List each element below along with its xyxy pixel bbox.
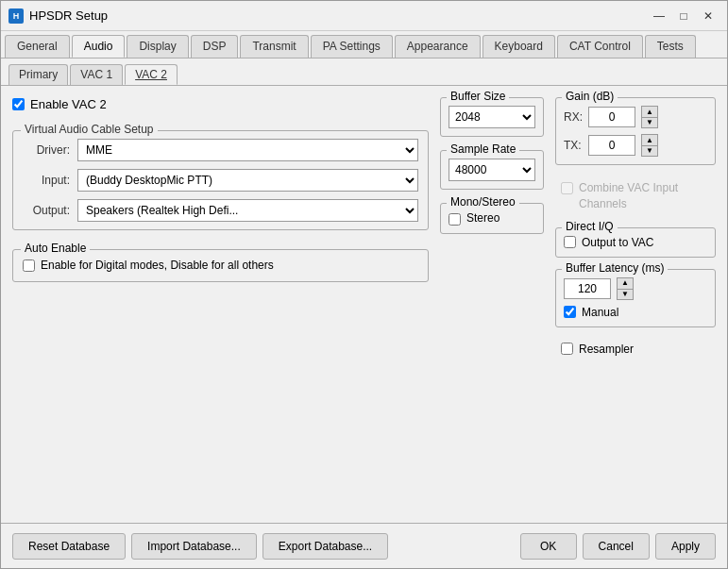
- title-controls: — □ ✕: [648, 7, 720, 25]
- mono-stereo-group: Mono/Stereo Stereo: [440, 203, 544, 234]
- latency-group: Buffer Latency (ms) ▲ ▼ Manual: [555, 269, 716, 327]
- tx-label: TX:: [564, 139, 584, 152]
- tab-appearance[interactable]: Appearance: [395, 35, 481, 58]
- combine-vac-row: Combine VAC Input Channels: [555, 176, 716, 216]
- bottom-bar: Reset Database Import Database... Export…: [1, 523, 727, 568]
- tab-keyboard[interactable]: Keyboard: [483, 35, 555, 58]
- enable-vac2-row: Enable VAC 2: [12, 97, 429, 111]
- rx-gain-spinners: ▲ ▼: [641, 106, 658, 128]
- tab-dsp[interactable]: DSP: [191, 35, 239, 58]
- output-label: Output:: [23, 204, 70, 217]
- latency-input-row: ▲ ▼: [564, 277, 707, 300]
- auto-enable-title: Auto Enable: [21, 242, 90, 255]
- app-icon: H: [8, 8, 24, 24]
- latency-input[interactable]: [564, 278, 611, 299]
- buffer-size-select[interactable]: 512 1024 2048 4096 8192: [449, 106, 535, 128]
- rx-gain-row: RX: ▲ ▼: [564, 106, 707, 128]
- rx-label: RX:: [564, 110, 584, 124]
- driver-row: Driver: MME WASAPI ASIO: [23, 139, 418, 161]
- enable-vac2-checkbox[interactable]: [12, 98, 25, 110]
- tab-general[interactable]: General: [5, 35, 70, 58]
- resampler-label: Resampler: [579, 343, 634, 356]
- virtual-audio-group: Virtual Audio Cable Setup Driver: MME WA…: [12, 130, 429, 230]
- right-panel: Gain (dB) RX: ▲ ▼ TX: ▲ ▼: [555, 97, 716, 511]
- combine-vac-checkbox[interactable]: [561, 182, 573, 194]
- main-tab-bar: General Audio Display DSP Transmit PA Se…: [1, 31, 727, 59]
- latency-spinners: ▲ ▼: [617, 277, 634, 300]
- auto-enable-checkbox[interactable]: [23, 259, 35, 272]
- manual-row: Manual: [564, 306, 707, 319]
- output-to-vac-row: Output to VAC: [564, 236, 707, 249]
- sample-rate-title: Sample Rate: [447, 142, 519, 156]
- tx-gain-down[interactable]: ▼: [641, 145, 658, 157]
- direct-iq-group: Direct I/Q Output to VAC: [555, 227, 716, 258]
- manual-label: Manual: [582, 306, 618, 319]
- stereo-row: Stereo: [449, 211, 535, 226]
- latency-down[interactable]: ▼: [617, 289, 634, 300]
- output-row: Output: Speakers (Realtek High Defi... H…: [23, 199, 418, 222]
- tab-audio[interactable]: Audio: [72, 35, 126, 58]
- auto-enable-row: Enable for Digital modes, Disable for al…: [23, 258, 418, 274]
- minimize-button[interactable]: —: [648, 7, 670, 25]
- stereo-label: Stereo: [466, 211, 499, 225]
- output-select[interactable]: Speakers (Realtek High Defi... Headphone…: [77, 199, 418, 222]
- driver-label: Driver:: [23, 143, 70, 157]
- tx-gain-input[interactable]: [588, 135, 635, 156]
- import-database-button[interactable]: Import Database...: [131, 533, 257, 560]
- tab-tests[interactable]: Tests: [645, 35, 696, 58]
- rx-gain-input[interactable]: [588, 107, 635, 127]
- reset-database-button[interactable]: Reset Database: [12, 533, 126, 560]
- content-area: Enable VAC 2 Virtual Audio Cable Setup D…: [1, 86, 727, 523]
- window-title: HPSDR Setup: [29, 8, 108, 23]
- latency-up[interactable]: ▲: [617, 277, 634, 289]
- sub-tab-bar: Primary VAC 1 VAC 2: [1, 59, 727, 86]
- buffer-size-title: Buffer Size: [447, 90, 509, 103]
- left-panel: Enable VAC 2 Virtual Audio Cable Setup D…: [12, 97, 429, 511]
- input-label: Input:: [23, 174, 70, 187]
- resampler-row: Resampler: [555, 339, 716, 360]
- gain-title: Gain (dB): [562, 90, 618, 103]
- stereo-checkbox[interactable]: [449, 213, 461, 226]
- sub-tab-primary[interactable]: Primary: [8, 64, 68, 85]
- middle-panel: Buffer Size 512 1024 2048 4096 8192 Samp…: [440, 97, 544, 511]
- buffer-size-group: Buffer Size 512 1024 2048 4096 8192: [440, 97, 544, 137]
- latency-title: Buffer Latency (ms): [562, 261, 668, 275]
- combine-vac-label: Combine VAC Input Channels: [579, 180, 710, 212]
- input-select[interactable]: (Buddy DesktopMic PTT) Microphone Line I…: [77, 169, 418, 192]
- sub-tab-vac1[interactable]: VAC 1: [70, 64, 123, 85]
- tab-cat-control[interactable]: CAT Control: [557, 35, 643, 58]
- tx-gain-spinners: ▲ ▼: [641, 134, 658, 157]
- tab-transmit[interactable]: Transmit: [240, 35, 308, 58]
- tab-pa-settings[interactable]: PA Settings: [311, 35, 393, 58]
- tx-gain-up[interactable]: ▲: [641, 134, 658, 145]
- title-bar: H HPSDR Setup — □ ✕: [1, 1, 727, 31]
- cancel-button[interactable]: Cancel: [583, 533, 650, 560]
- resampler-checkbox[interactable]: [561, 343, 573, 355]
- maximize-button[interactable]: □: [672, 7, 695, 25]
- sample-rate-control: 8000 11025 22050 44100 48000 96000 19200…: [449, 159, 535, 181]
- sub-tab-vac2[interactable]: VAC 2: [125, 64, 178, 85]
- virtual-audio-title: Virtual Audio Cable Setup: [21, 123, 158, 136]
- close-button[interactable]: ✕: [697, 7, 720, 25]
- mono-stereo-title: Mono/Stereo: [447, 195, 519, 209]
- direct-iq-title: Direct I/Q: [562, 220, 618, 233]
- ok-button[interactable]: OK: [520, 533, 577, 560]
- input-row: Input: (Buddy DesktopMic PTT) Microphone…: [23, 169, 418, 192]
- manual-checkbox[interactable]: [564, 306, 576, 318]
- gain-group: Gain (dB) RX: ▲ ▼ TX: ▲ ▼: [555, 97, 716, 165]
- apply-button[interactable]: Apply: [655, 533, 716, 560]
- enable-vac2-label: Enable VAC 2: [30, 97, 107, 111]
- auto-enable-group: Auto Enable Enable for Digital modes, Di…: [12, 249, 429, 282]
- tx-gain-row: TX: ▲ ▼: [564, 134, 707, 157]
- sample-rate-select[interactable]: 8000 11025 22050 44100 48000 96000 19200…: [449, 159, 535, 181]
- buffer-size-control: 512 1024 2048 4096 8192: [449, 106, 535, 128]
- auto-enable-label: Enable for Digital modes, Disable for al…: [41, 258, 274, 274]
- output-to-vac-label: Output to VAC: [582, 236, 653, 249]
- main-window: H HPSDR Setup — □ ✕ General Audio Displa…: [0, 0, 728, 569]
- tab-display[interactable]: Display: [127, 35, 188, 58]
- output-to-vac-checkbox[interactable]: [564, 236, 576, 248]
- rx-gain-up[interactable]: ▲: [641, 106, 658, 117]
- export-database-button[interactable]: Export Database...: [262, 533, 388, 560]
- driver-select[interactable]: MME WASAPI ASIO: [77, 139, 418, 161]
- rx-gain-down[interactable]: ▼: [641, 117, 658, 128]
